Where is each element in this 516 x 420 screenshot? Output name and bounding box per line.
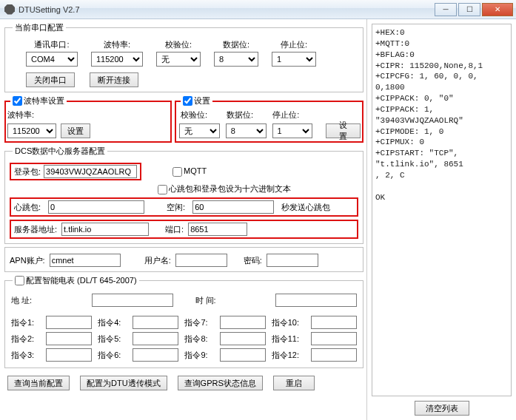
server-input[interactable] [61,223,149,236]
params-set-button[interactable]: 设置 [326,123,361,138]
params-set-group: 设置 校验位: 数据位: 停止位: 无 8 1 设置 [175,95,363,143]
data-select[interactable]: 8 [214,52,258,67]
apn-user-label: 用户名: [144,255,171,266]
data-label: 数据位: [223,39,249,50]
serial-config-group: 当前串口配置 通讯串口: COM4 波特率: 115200 校验位: 无 数据位… [4,22,363,92]
parity2-select[interactable]: 无 [179,123,220,138]
cmd5-input[interactable] [133,332,178,345]
cmd4-input[interactable] [133,316,178,329]
idle-suffix: 秒发送心跳包 [281,202,330,213]
cmd2-input[interactable] [46,332,92,345]
port-select[interactable]: COM4 [26,52,78,67]
cmd7-label: 指令7: [184,317,213,328]
cmd3-input[interactable] [46,348,92,362]
cmd11-label: 指令11: [272,333,305,345]
meter-addr-label: 地 址: [11,295,70,306]
meter-legend: 配置智能电表 (DL/T 645-2007) [26,275,137,286]
serial-config-legend: 当前串口配置 [13,22,66,33]
login-pkg-label: 登录包: [14,166,41,177]
baud-select[interactable]: 115200 [91,52,143,67]
cmd9-input[interactable] [220,348,266,362]
titlebar: DTUSetting V2.7 ─ ☐ ✕ [0,0,516,19]
cmd10-label: 指令10: [272,317,305,328]
baud2-select[interactable]: 115200 [7,123,56,138]
hex-checkbox[interactable] [158,185,167,194]
cmd7-input[interactable] [220,316,266,329]
meter-config-group: 配置智能电表 (DL/T 645-2007) 地 址: 时 间: 指令1: 指令… [4,275,363,368]
mqtt-checkbox-label: MQTT [172,166,207,177]
data2-label: 数据位: [227,109,253,121]
right-pane: +HEX:0 +MQTT:0 +BFLAG:0 +CIPR: 115200,No… [366,19,516,420]
baud-set-button[interactable]: 设置 [61,123,90,138]
cmd12-input[interactable] [311,348,357,362]
apn-user-input[interactable] [175,254,227,267]
cmd5-label: 指令5: [98,333,127,345]
cmd10-input[interactable] [311,316,357,329]
heartbeat-input[interactable] [48,200,144,214]
port-label: 通讯串口: [34,39,69,50]
login-pkg-input[interactable] [44,165,137,178]
meter-time-input[interactable] [275,294,357,307]
stop-label: 停止位: [281,39,307,50]
stop2-label: 停止位: [272,109,299,121]
data2-select[interactable]: 8 [226,123,267,138]
stop-select[interactable]: 1 [272,52,316,67]
gprs-status-button[interactable]: 查询GPRS状态信息 [178,376,263,390]
port-input[interactable] [188,223,247,236]
meter-time-label: 时 间: [195,295,254,306]
apn-input[interactable] [50,254,121,267]
minimize-button[interactable]: ─ [435,3,457,16]
baud-label: 波特率: [104,39,130,50]
hex-checkbox-label: 心跳包和登录包设为十六进制文本 [158,183,291,194]
cmd11-input[interactable] [311,332,357,345]
meter-addr-input[interactable] [92,294,173,307]
window-title: DTUSetting V2.7 [19,5,433,14]
idle-label: 空闲: [167,202,185,213]
apn-label: APN账户: [10,255,45,266]
left-pane: 当前串口配置 通讯串口: COM4 波特率: 115200 校验位: 无 数据位… [0,19,366,420]
cmd12-label: 指令12: [272,350,305,361]
parity-select[interactable]: 无 [156,52,201,67]
params-set-legend: 设置 [194,95,210,106]
dcs-config-group: DCS数据中心服务器配置 登录包: MQTT 心跳包和登录包设为十六进制文本 心… [4,146,363,244]
cmd8-input[interactable] [220,332,266,345]
cmd8-label: 指令8: [184,333,213,345]
parity-label: 校验位: [165,39,192,50]
dtu-mode-button[interactable]: 配置为DTU透传模式 [80,376,167,390]
restart-button[interactable]: 重启 [273,376,315,390]
disconnect-button[interactable]: 断开连接 [90,72,138,87]
baudrate-set-legend: 波特率设置 [24,95,64,106]
maximize-button[interactable]: ☐ [458,3,480,16]
dcs-legend: DCS数据中心服务器配置 [13,146,107,157]
parity2-label: 校验位: [181,109,207,121]
clear-list-button[interactable]: 清空列表 [415,401,469,416]
mqtt-checkbox[interactable] [172,167,182,177]
query-config-button[interactable]: 查询当前配置 [7,376,70,390]
baud2-label: 波特率: [7,109,34,121]
apn-pwd-input[interactable] [267,254,318,267]
close-button[interactable]: ✕ [482,3,513,16]
heartbeat-label: 心跳包: [14,202,41,213]
baudrate-set-group: 波特率设置 波特率: 115200 设置 [4,95,172,143]
close-serial-button[interactable]: 关闭串口 [26,72,75,87]
log-output: +HEX:0 +MQTT:0 +BFLAG:0 +CIPR: 115200,No… [372,24,512,396]
cmd1-label: 指令1: [11,317,40,328]
stop2-select[interactable]: 1 [272,123,313,138]
idle-input[interactable] [192,200,274,214]
port-label2: 端口: [165,224,184,235]
cmd3-label: 指令3: [11,350,40,361]
params-set-checkbox[interactable] [183,96,192,106]
cmd6-input[interactable] [133,348,178,362]
baudrate-set-checkbox[interactable] [13,96,22,106]
apn-pwd-label: 密码: [244,255,262,266]
cmd1-input[interactable] [46,316,92,329]
cmd6-label: 指令6: [98,350,127,361]
app-icon [4,4,15,15]
cmd2-label: 指令2: [11,333,40,345]
meter-config-checkbox[interactable] [15,276,24,285]
cmd4-label: 指令4: [98,317,127,328]
cmd9-label: 指令9: [184,350,213,361]
apn-group: APN账户: 用户名: 密码: [4,247,363,272]
server-label: 服务器地址: [14,224,57,235]
